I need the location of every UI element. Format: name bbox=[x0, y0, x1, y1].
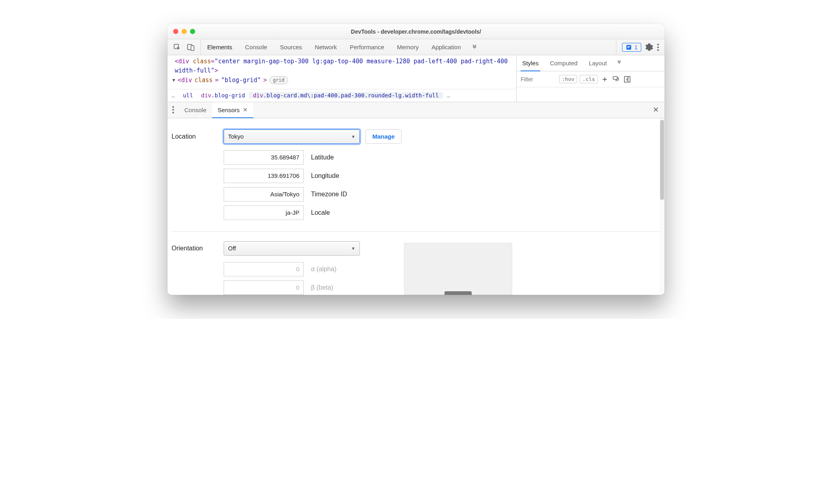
dom-attr-name: class bbox=[194, 76, 212, 85]
titlebar: DevTools - developer.chrome.com/tags/dev… bbox=[168, 24, 664, 39]
alpha-input bbox=[224, 262, 304, 276]
styles-sidebar: Styles Computed Layout :hov .cls bbox=[516, 55, 664, 102]
main-toolbar: Elements Console Sources Network Perform… bbox=[168, 39, 664, 55]
tab-memory[interactable]: Memory bbox=[391, 39, 425, 55]
crumb-overflow-right[interactable]: … bbox=[443, 92, 454, 99]
issues-count: 1 bbox=[634, 44, 638, 50]
svg-rect-7 bbox=[624, 77, 630, 82]
scrollbar[interactable] bbox=[660, 118, 664, 295]
tabs-overflow-icon[interactable] bbox=[467, 39, 482, 55]
location-select-value: Tokyo bbox=[228, 133, 244, 140]
new-style-rule-icon[interactable] bbox=[600, 75, 609, 84]
svg-rect-5 bbox=[628, 47, 630, 48]
traffic-lights bbox=[168, 29, 195, 34]
scrollbar-thumb[interactable] bbox=[660, 120, 664, 200]
panel-tabs: Elements Console Sources Network Perform… bbox=[201, 39, 482, 55]
breadcrumb: … ull div.blog-grid div.blog-card.md\:pa… bbox=[168, 89, 516, 102]
latitude-input[interactable] bbox=[224, 150, 304, 165]
computed-panel-toggle-icon[interactable] bbox=[623, 75, 632, 84]
drawer-close-icon[interactable]: ✕ bbox=[647, 105, 664, 114]
longitude-label: Longitude bbox=[311, 172, 339, 179]
crumb-2[interactable]: div.blog-grid bbox=[197, 92, 249, 99]
elements-pane: <div class="center margin-gap-top-300 lg… bbox=[168, 55, 516, 102]
tab-network[interactable]: Network bbox=[309, 39, 343, 55]
beta-label: β (beta) bbox=[311, 284, 333, 291]
orientation-select[interactable]: Off ▼ bbox=[224, 241, 360, 256]
orientation-select-value: Off bbox=[228, 245, 236, 252]
drawer-tabs: Console Sensors ✕ ✕ bbox=[168, 102, 664, 118]
styles-filter-bar: :hov .cls bbox=[517, 71, 664, 87]
maximize-icon[interactable] bbox=[190, 29, 195, 34]
gear-icon[interactable] bbox=[645, 43, 653, 51]
sidetab-styles[interactable]: Styles bbox=[517, 55, 544, 71]
dom-attr-value: blog-grid bbox=[225, 77, 257, 84]
grid-badge[interactable]: grid bbox=[269, 76, 288, 84]
svg-rect-6 bbox=[613, 77, 617, 79]
section-divider bbox=[172, 231, 660, 232]
hov-toggle[interactable]: :hov bbox=[559, 75, 577, 83]
cls-toggle[interactable]: .cls bbox=[580, 75, 598, 83]
drawer-menu-icon[interactable] bbox=[168, 106, 179, 113]
location-select[interactable]: Tokyo ▼ bbox=[224, 129, 360, 144]
locale-input[interactable] bbox=[224, 206, 304, 220]
tab-sources[interactable]: Sources bbox=[274, 39, 309, 55]
location-label: Location bbox=[172, 133, 224, 140]
close-tab-icon[interactable]: ✕ bbox=[243, 107, 248, 113]
chevron-down-icon: ▼ bbox=[351, 134, 355, 139]
sensors-panel: Location Tokyo ▼ Manage Latitude Longitu… bbox=[168, 118, 664, 295]
kebab-menu-icon[interactable] bbox=[657, 44, 659, 51]
timezone-label: Timezone ID bbox=[311, 191, 347, 198]
tab-application[interactable]: Application bbox=[425, 39, 467, 55]
dom-node-top: <div class="center margin-gap-top-300 lg… bbox=[175, 57, 512, 75]
orientation-label: Orientation bbox=[172, 245, 224, 252]
orientation-preview bbox=[404, 243, 512, 295]
crumb-1[interactable]: ull bbox=[179, 92, 197, 99]
alpha-label: α (alpha) bbox=[311, 266, 337, 273]
close-icon[interactable] bbox=[173, 29, 178, 34]
devtools-window: DevTools - developer.chrome.com/tags/dev… bbox=[168, 24, 664, 295]
timezone-input[interactable] bbox=[224, 187, 304, 202]
dom-tag: div bbox=[181, 77, 192, 84]
main-split: <div class="center margin-gap-top-300 lg… bbox=[168, 55, 664, 102]
tab-performance[interactable]: Performance bbox=[343, 39, 391, 55]
latitude-label: Latitude bbox=[311, 154, 334, 161]
sidebar-tabs: Styles Computed Layout bbox=[517, 55, 664, 71]
drawer-tab-sensors-label: Sensors bbox=[218, 107, 240, 113]
manage-button[interactable]: Manage bbox=[366, 129, 402, 144]
svg-rect-2 bbox=[191, 46, 194, 50]
sidetab-computed[interactable]: Computed bbox=[544, 55, 583, 71]
sidetab-layout[interactable]: Layout bbox=[583, 55, 612, 71]
styles-filter-input[interactable] bbox=[521, 76, 557, 83]
drawer-tab-sensors[interactable]: Sensors ✕ bbox=[212, 102, 253, 118]
drawer-tab-console[interactable]: Console bbox=[179, 102, 212, 118]
window-title: DevTools - developer.chrome.com/tags/dev… bbox=[168, 28, 664, 35]
dom-node-selected[interactable]: ▼ <div class="blog-grid"> grid bbox=[175, 76, 512, 85]
device-notch-icon bbox=[444, 291, 472, 295]
device-toggle-icon[interactable] bbox=[187, 43, 195, 51]
inspect-icon[interactable] bbox=[173, 43, 181, 51]
minimize-icon[interactable] bbox=[182, 29, 187, 34]
longitude-input[interactable] bbox=[224, 169, 304, 183]
crumb-overflow-left[interactable]: … bbox=[168, 92, 179, 99]
tab-console[interactable]: Console bbox=[239, 39, 274, 55]
paint-icon[interactable] bbox=[612, 75, 620, 84]
svg-rect-4 bbox=[628, 46, 630, 47]
dom-tree[interactable]: <div class="center margin-gap-top-300 lg… bbox=[168, 55, 516, 89]
locale-label: Locale bbox=[311, 209, 330, 216]
sidetab-overflow-icon[interactable] bbox=[612, 60, 626, 67]
chevron-down-icon: ▼ bbox=[351, 246, 355, 251]
beta-input bbox=[224, 280, 304, 295]
issues-button[interactable]: 1 bbox=[622, 43, 641, 52]
tab-elements[interactable]: Elements bbox=[201, 39, 239, 55]
crumb-3[interactable]: div.blog-card.md\:pad-400.pad-300.rounde… bbox=[249, 92, 443, 99]
disclosure-triangle-icon[interactable]: ▼ bbox=[172, 77, 175, 84]
